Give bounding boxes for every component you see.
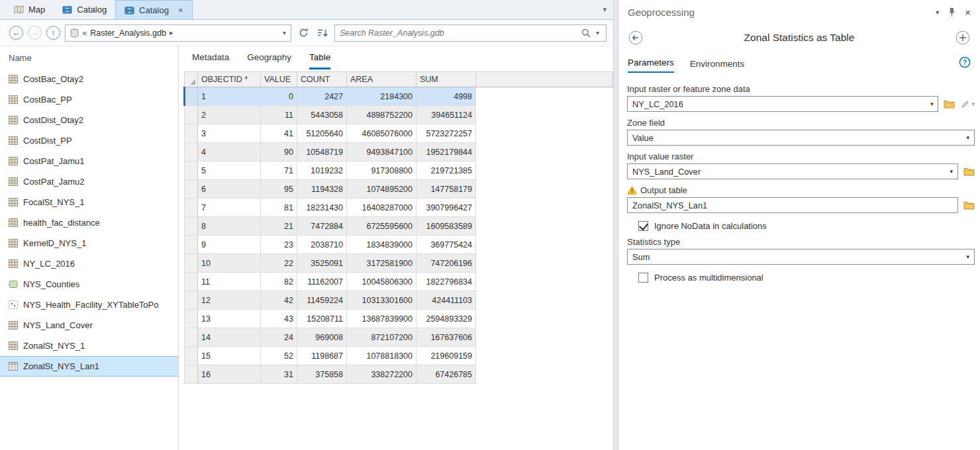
breadcrumb-item[interactable]: Raster_Analysis.gdb [90, 28, 166, 38]
catalog-item-health_fac_distance[interactable]: health_fac_distance [0, 212, 178, 233]
row-selector[interactable] [185, 106, 198, 124]
column-header-area[interactable]: AREA [347, 72, 416, 87]
input-value-raster-combobox[interactable]: NYS_Land_Cover▾ [627, 163, 958, 179]
view-tab-map-0[interactable]: Map [5, 0, 54, 19]
catalog-item-NYS_Counties[interactable]: NYS_Counties [0, 274, 178, 294]
row-selector[interactable] [185, 161, 198, 180]
pin-icon[interactable] [948, 7, 956, 17]
search-options-icon[interactable]: ▾ [594, 29, 601, 36]
breadcrumb-chevron-icon[interactable]: ▸ [170, 28, 173, 37]
table-cell[interactable]: 5723272257 [416, 124, 476, 143]
column-header-count[interactable]: COUNT [297, 72, 347, 87]
table-cell[interactable]: 872107200 [347, 328, 416, 347]
gp-tab-environments[interactable]: Environments [690, 59, 745, 73]
table-cell[interactable]: 338272200 [347, 365, 416, 384]
table-cell[interactable]: 5 [198, 161, 261, 180]
table-cell[interactable]: 1194328 [297, 180, 347, 199]
catalog-item-CostDist_Otay2[interactable]: CostDist_Otay2 [0, 110, 178, 130]
breadcrumb-collapse-icon[interactable]: « [82, 28, 87, 38]
table-cell[interactable]: 12 [198, 291, 261, 310]
table-cell[interactable]: 16 [198, 365, 261, 384]
breadcrumb-dropdown-icon[interactable]: ▾ [281, 29, 288, 36]
table-cell[interactable]: 0 [261, 87, 297, 106]
table-cell[interactable]: 375858 [297, 365, 347, 384]
table-cell[interactable]: 147758179 [416, 180, 476, 199]
name-column-header[interactable]: Name [0, 53, 178, 63]
back-button[interactable]: ← [9, 26, 23, 40]
row-selector[interactable] [185, 217, 198, 236]
plus-icon[interactable] [956, 30, 970, 45]
browse-folder-icon[interactable] [963, 167, 975, 176]
table-cell[interactable]: 394651124 [416, 106, 476, 124]
table-cell[interactable]: 8 [198, 217, 261, 236]
table-cell[interactable]: 4898752200 [347, 106, 416, 124]
row-selector[interactable] [185, 347, 198, 365]
table-cell[interactable]: 95 [261, 180, 297, 199]
table-cell[interactable]: 41 [261, 124, 297, 143]
catalog-item-CostBac_Otay2[interactable]: CostBac_Otay2 [0, 69, 178, 89]
table-cell[interactable]: 3525091 [297, 254, 347, 273]
table-cell[interactable]: 23 [261, 236, 297, 254]
row-selector[interactable] [185, 87, 198, 106]
preview-tab-geography[interactable]: Geography [247, 52, 291, 69]
gp-tab-parameters[interactable]: Parameters [628, 58, 674, 73]
table-cell[interactable]: 1952179844 [416, 143, 476, 161]
table-cell[interactable]: 42 [261, 291, 297, 310]
table-cell[interactable]: 11162007 [297, 273, 347, 291]
forward-button[interactable]: → [28, 26, 42, 40]
table-cell[interactable]: 52 [261, 347, 297, 365]
row-selector[interactable] [185, 143, 198, 161]
table-cell[interactable]: 90 [261, 143, 297, 161]
table-cell[interactable]: 6 [198, 180, 261, 199]
table-cell[interactable]: 10548719 [297, 143, 347, 161]
table-cell[interactable]: 5443058 [297, 106, 347, 124]
input-zone-data-combobox[interactable]: NY_LC_2016▾ [627, 96, 938, 112]
catalog-item-ZonalSt_NYS_1[interactable]: ZonalSt_NYS_1 [0, 336, 178, 356]
preview-tab-metadata[interactable]: Metadata [192, 52, 229, 69]
table-cell[interactable]: 4998 [416, 87, 476, 106]
view-tab-catalog-1[interactable]: Catalog [54, 0, 115, 19]
zone-field-combobox[interactable]: Value▾ [627, 130, 975, 146]
table-cell[interactable]: 43 [261, 310, 297, 328]
select-all-corner[interactable] [185, 72, 198, 87]
chevron-down-icon[interactable]: ▾ [966, 253, 969, 260]
table-cell[interactable]: 67426785 [416, 365, 476, 384]
table-cell[interactable]: 82 [261, 273, 297, 291]
table-cell[interactable]: 10045806300 [347, 273, 416, 291]
table-cell[interactable]: 71 [261, 161, 297, 180]
hidden-tabs-menu-icon[interactable]: ▾ [603, 0, 607, 19]
ignore-nodata-checkbox[interactable] [638, 221, 648, 231]
output-table-input[interactable] [627, 197, 958, 213]
table-cell[interactable]: 16408287000 [347, 199, 416, 217]
column-header-sum[interactable]: SUM [416, 72, 476, 87]
catalog-item-FocalSt_NYS_1[interactable]: FocalSt_NYS_1 [0, 192, 178, 212]
table-cell[interactable]: 11 [261, 106, 297, 124]
table-cell[interactable]: 14 [198, 328, 261, 347]
table-cell[interactable]: 3907996427 [416, 199, 476, 217]
table-cell[interactable]: 1019232 [297, 161, 347, 180]
row-selector[interactable] [185, 328, 198, 347]
table-cell[interactable]: 7 [198, 199, 261, 217]
chevron-down-icon[interactable]: ▾ [966, 134, 969, 141]
table-cell[interactable]: 81 [261, 199, 297, 217]
table-cell[interactable]: 2594893329 [416, 310, 476, 328]
location-breadcrumb[interactable]: « Raster_Analysis.gdb ▸ ▾ [65, 24, 291, 42]
column-header-value[interactable]: VALUE [261, 72, 297, 87]
table-cell[interactable]: 1 [198, 87, 261, 106]
table-cell[interactable]: 747206196 [416, 254, 476, 273]
table-cell[interactable]: 424411103 [416, 291, 476, 310]
table-cell[interactable]: 2038710 [297, 236, 347, 254]
table-cell[interactable]: 1074895200 [347, 180, 416, 199]
table-cell[interactable]: 11 [198, 273, 261, 291]
table-cell[interactable]: 15208711 [297, 310, 347, 328]
column-header-objectid[interactable]: OBJECTID * [198, 72, 261, 87]
row-selector[interactable] [185, 310, 198, 328]
table-cell[interactable]: 9493847100 [347, 143, 416, 161]
catalog-item-ZonalSt_NYS_Lan1[interactable]: ZonalSt_NYS_Lan1 [0, 356, 178, 377]
catalog-item-CostDist_PP[interactable]: CostDist_PP [0, 130, 178, 151]
browse-folder-icon[interactable] [944, 99, 955, 109]
catalog-item-CostBac_PP[interactable]: CostBac_PP [0, 89, 178, 110]
table-cell[interactable]: 22 [261, 254, 297, 273]
table-cell[interactable]: 46085076000 [347, 124, 416, 143]
search-input[interactable] [340, 28, 578, 38]
